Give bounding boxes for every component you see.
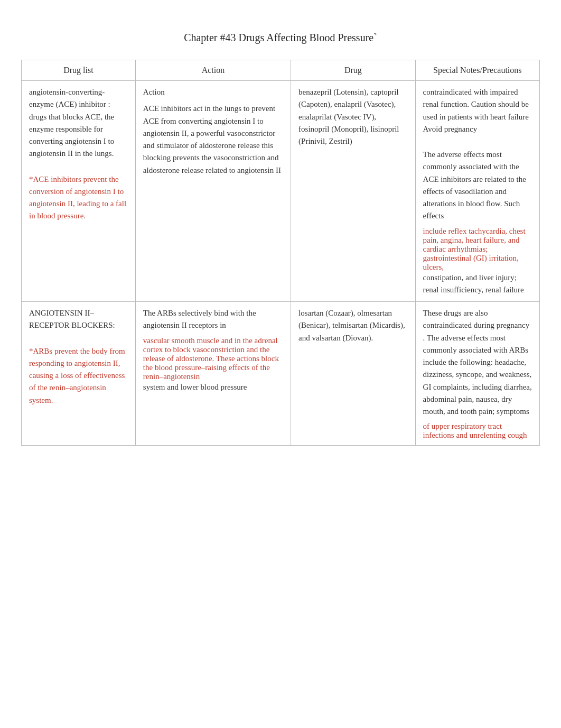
arb-drug-list-red: *ARBs prevent the body from responding t… [29, 345, 128, 407]
ace-special-black2: The adverse effects most commonly associ… [423, 149, 532, 223]
arb-special-black1: These drugs are also contraindicated dur… [423, 307, 532, 418]
arb-special-cell: These drugs are also contraindicated dur… [415, 302, 539, 446]
arb-action-black2: system and lower blood pressure [143, 381, 283, 393]
ace-drug-text: benazepril (Lotensin), captopril (Capote… [298, 86, 407, 148]
ace-special-black3: constipation, and liver injury; renal in… [423, 272, 532, 297]
chapter-title: Chapter #43 Drugs Affecting Blood Pressu… [21, 32, 540, 44]
arb-action-black1: The ARBs selectively bind with the angio… [143, 307, 283, 332]
header-action: Action [135, 60, 291, 81]
header-drug: Drug [291, 60, 415, 81]
ace-special-black1: contraindicated with impaired renal func… [423, 86, 532, 135]
arb-action-cell: The ARBs selectively bind with the angio… [135, 302, 291, 446]
table-row: ANGIOTENSIN II–RECEPTOR BLOCKERS: *ARBs … [22, 302, 540, 446]
arb-special-red: of upper respiratory tract infections an… [423, 422, 527, 439]
ace-special-red: include reflex tachycardia, chest pain, … [423, 227, 526, 271]
main-table: Drug list Action Drug Special Notes/Prec… [21, 60, 540, 446]
arb-action-red: vascular smooth muscle and in the adrena… [143, 336, 279, 381]
ace-action-cell: Action ACE inhibitors act in the lungs t… [135, 81, 291, 302]
ace-action-label: Action [143, 86, 283, 98]
header-drug-list: Drug list [22, 60, 136, 81]
table-row: angiotensin-converting-enzyme (ACE) inhi… [22, 81, 540, 302]
arb-drug-list-cell: ANGIOTENSIN II–RECEPTOR BLOCKERS: *ARBs … [22, 302, 136, 446]
arb-drug-cell: losartan (Cozaar), olmesartan (Benicar),… [291, 302, 415, 446]
ace-special-cell: contraindicated with impaired renal func… [415, 81, 539, 302]
arb-drug-text: losartan (Cozaar), olmesartan (Benicar),… [298, 307, 407, 344]
ace-drug-list-black: angiotensin-converting-enzyme (ACE) inhi… [29, 86, 128, 160]
ace-action-text: ACE inhibitors act in the lungs to preve… [143, 103, 283, 177]
arb-drug-list-black: ANGIOTENSIN II–RECEPTOR BLOCKERS: [29, 307, 128, 332]
ace-drug-cell: benazepril (Lotensin), captopril (Capote… [291, 81, 415, 302]
ace-drug-list-cell: angiotensin-converting-enzyme (ACE) inhi… [22, 81, 136, 302]
table-header-row: Drug list Action Drug Special Notes/Prec… [22, 60, 540, 81]
header-special: Special Notes/Precautions [415, 60, 539, 81]
ace-drug-list-red: *ACE inhibitors prevent the conversion o… [29, 173, 128, 223]
